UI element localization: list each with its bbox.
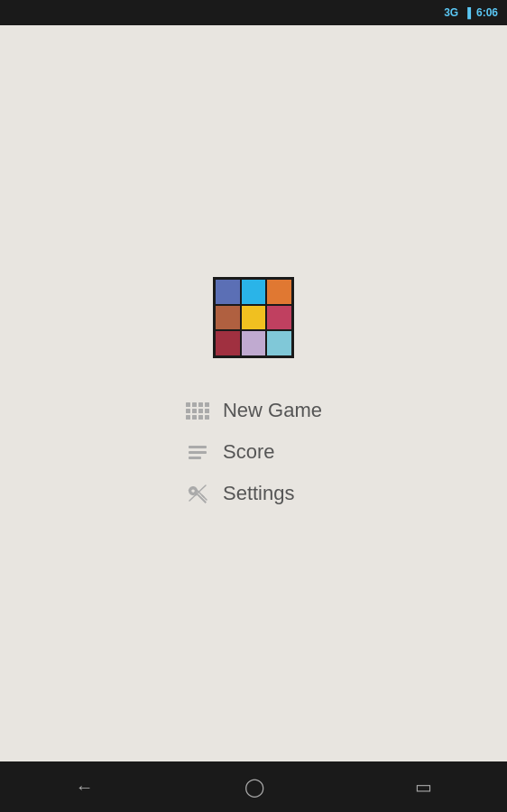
svg-point-1 bbox=[190, 489, 195, 494]
back-button[interactable]: ← bbox=[58, 770, 112, 805]
recent-button[interactable]: ▭ bbox=[397, 769, 450, 805]
logo-cell bbox=[216, 331, 240, 355]
score-label: Score bbox=[223, 440, 274, 464]
logo-cell bbox=[216, 306, 240, 330]
logo-cell bbox=[267, 331, 291, 355]
settings-icon bbox=[185, 481, 210, 506]
logo-cell bbox=[242, 280, 266, 304]
main-content: New Game Score bbox=[0, 25, 507, 761]
new-game-icon bbox=[185, 398, 210, 423]
nav-bar: ← ◯ ▭ bbox=[0, 761, 507, 812]
signal-indicator: 3G bbox=[444, 6, 458, 19]
settings-item[interactable]: Settings bbox=[180, 477, 300, 510]
app-logo bbox=[213, 277, 294, 358]
home-button[interactable]: ◯ bbox=[226, 769, 282, 805]
clock: 6:06 bbox=[476, 6, 498, 19]
logo-cell bbox=[242, 331, 266, 355]
new-game-label: New Game bbox=[223, 399, 322, 422]
score-item[interactable]: Score bbox=[180, 436, 280, 468]
status-bar: 3G ▐ 6:06 bbox=[0, 0, 507, 25]
settings-label: Settings bbox=[223, 482, 295, 505]
logo-cell bbox=[242, 306, 266, 330]
svg-line-3 bbox=[202, 495, 204, 497]
grid-icon bbox=[186, 402, 209, 420]
logo-cell bbox=[216, 280, 240, 304]
list-icon bbox=[189, 446, 207, 459]
battery-icon: ▐ bbox=[464, 7, 471, 18]
score-icon bbox=[185, 439, 210, 465]
logo-cell bbox=[267, 306, 291, 330]
menu-list: New Game Score bbox=[180, 394, 327, 510]
logo-cell bbox=[267, 280, 291, 304]
new-game-item[interactable]: New Game bbox=[180, 394, 327, 427]
